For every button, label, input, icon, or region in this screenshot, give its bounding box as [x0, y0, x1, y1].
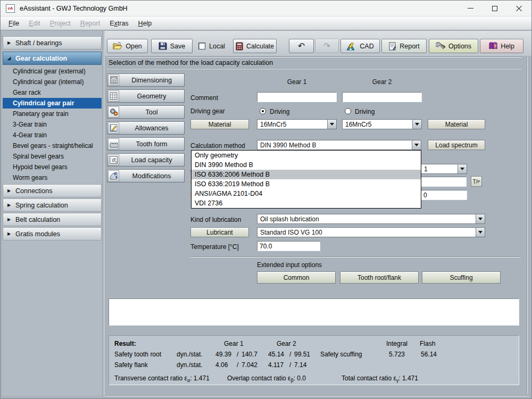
cad-triangle-icon: [346, 42, 356, 51]
scuffing-button[interactable]: Scuffing: [422, 271, 501, 284]
cad-button[interactable]: CAD: [340, 39, 380, 53]
result-value: 45.14: [268, 351, 284, 358]
calculate-button[interactable]: Calculate: [233, 39, 277, 53]
dropdown-option[interactable]: Only geometry: [192, 151, 421, 160]
undo-icon: ↶: [298, 43, 305, 50]
chevron-down-icon[interactable]: [458, 164, 467, 173]
sidebar-item-worm-gears[interactable]: Worm gears: [3, 172, 102, 183]
calc-method-select[interactable]: DIN 3990 Method B: [257, 140, 421, 150]
maximize-button[interactable]: [483, 1, 507, 16]
sidebar-section-spring-calculation[interactable]: ▶Spring calculation: [3, 198, 102, 212]
help-book-icon: ?: [489, 42, 497, 50]
lubricant-button[interactable]: Lubricant: [190, 227, 249, 237]
comment-gear1-input[interactable]: [257, 92, 337, 102]
local-checkbox[interactable]: [198, 43, 205, 49]
chevron-down-icon[interactable]: [412, 140, 421, 149]
result-separator: /: [237, 351, 238, 358]
endurance-input[interactable]: [421, 177, 467, 187]
dropdown-option[interactable]: ISO 6336:2019 Method B: [192, 179, 421, 189]
minimize-button[interactable]: [458, 1, 483, 16]
chevron-down-icon[interactable]: [476, 214, 485, 223]
sidebar-item-planetary-gear-train[interactable]: Planetary gear train: [3, 109, 102, 119]
sidebar-item-hypoid-bevel-gears[interactable]: Hypoid bevel gears: [3, 162, 102, 172]
comment-gear2-input[interactable]: [342, 92, 422, 102]
load-spectrum-button[interactable]: Load spectrum: [428, 140, 485, 150]
lubrication-label: Kind of lubrication: [190, 216, 241, 223]
local-checkbox-label: Local: [209, 43, 225, 50]
result-row-mode: dyn./stat.: [177, 351, 203, 358]
dropdown-option[interactable]: ANSI/AGMA 2101-D04: [192, 189, 421, 198]
material-gear2-select[interactable]: 16MnCr5: [342, 119, 422, 129]
lubricant-select[interactable]: Standard ISO VG 100: [257, 227, 485, 237]
result-row-mode: dyn./stat.: [177, 361, 203, 369]
sidebar-item-bevel-gears[interactable]: Bevel gears - straight/helical: [3, 140, 102, 151]
open-folder-icon: [113, 42, 122, 50]
sidebar-item-3-gear-train[interactable]: 3-Gear train: [3, 119, 102, 130]
dropdown-option[interactable]: VDI 2736: [192, 198, 421, 208]
result-scuffing-flash: 56.14: [421, 351, 437, 358]
result-col-integral: Integral: [386, 340, 408, 347]
sidebar-section-connections[interactable]: ▶Connections: [3, 184, 102, 197]
sidebar-section-gear-calculation[interactable]: ◢Gear calculation: [3, 52, 102, 65]
collapsed-arrow-icon: ▶: [7, 217, 12, 222]
toolbar: Open Save Local Calculate ↶ ↷ CAD Report: [105, 31, 531, 56]
total-contact-ratio: Total contact ratio εγ: 1.471: [342, 375, 418, 383]
material-button-left[interactable]: Material: [190, 119, 249, 129]
result-row-label: Safety tooth root: [114, 351, 161, 358]
options-button[interactable]: Options: [429, 39, 478, 53]
torque-power-toggle-button[interactable]: T/P: [471, 176, 482, 187]
common-button[interactable]: Common: [257, 271, 336, 284]
temperature-input[interactable]: [257, 241, 320, 251]
chevron-down-icon[interactable]: [327, 120, 336, 129]
save-button[interactable]: Save: [151, 39, 193, 53]
sidebar-item-spiral-bevel-gears[interactable]: Spiral bevel gears: [3, 151, 102, 162]
report-button[interactable]: Report: [381, 39, 427, 53]
menu-help[interactable]: Help: [134, 18, 157, 29]
material-gear1-select[interactable]: 16MnCr5: [257, 119, 337, 129]
sidebar-section-gratis-modules[interactable]: ▶Gratis modules: [3, 227, 102, 240]
undo-button[interactable]: ↶: [289, 39, 314, 53]
help-button[interactable]: ? Help: [480, 39, 523, 53]
sidebar-item-cylindrical-gear-internal[interactable]: Cylindrical gear (internal): [3, 77, 102, 87]
result-separator: /: [237, 361, 238, 369]
modifications-button[interactable]: Modifications: [107, 169, 185, 182]
sidebar-item-cylindrical-gear-pair[interactable]: Cylindrical gear pair: [3, 98, 102, 109]
tooth-root-flank-button[interactable]: Tooth root/flank: [340, 271, 419, 284]
menu-file[interactable]: File: [4, 18, 24, 29]
driving-gear1-radio[interactable]: [260, 108, 266, 114]
options-tools-icon: [436, 42, 445, 51]
sidebar: ▶Shaft / bearings ◢Gear calculation Cyli…: [2, 31, 103, 396]
report-document-icon: [388, 42, 396, 51]
dropdown-option[interactable]: DIN 3990 Method B: [192, 160, 421, 170]
chevron-down-icon[interactable]: [476, 228, 485, 237]
material-button-right[interactable]: Material: [428, 119, 485, 129]
close-button[interactable]: [507, 1, 531, 16]
separator-line: [107, 68, 522, 69]
result-col-gear1: Gear 1: [224, 340, 244, 347]
allowances-button[interactable]: Allowances: [107, 121, 185, 135]
tool-gears-icon: [108, 106, 119, 118]
lubrication-select[interactable]: Oil splash lubrication: [257, 214, 485, 224]
open-button[interactable]: Open: [107, 39, 148, 53]
geometry-button[interactable]: Geometry: [107, 89, 185, 103]
result-value: 140.7: [242, 351, 257, 358]
sidebar-item-gear-rack[interactable]: Gear rack: [3, 87, 102, 98]
face-coeff-input[interactable]: [421, 190, 467, 200]
tooth-form-button[interactable]: Tooth form: [107, 137, 185, 151]
collapsed-arrow-icon: ▶: [7, 203, 12, 207]
close-icon: [516, 5, 522, 12]
load-capacity-button[interactable]: σx Load capacity: [107, 153, 185, 167]
appl-factor-select[interactable]: 1: [421, 164, 467, 174]
sidebar-item-cylindrical-gear-external[interactable]: Cylindrical gear (external): [3, 66, 102, 77]
sidebar-section-shaft-bearings[interactable]: ▶Shaft / bearings: [3, 36, 102, 49]
dropdown-option-highlighted[interactable]: ISO 6336:2006 Method B: [192, 170, 421, 179]
extended-options-label: Extended input options: [257, 261, 322, 269]
dimensioning-button[interactable]: Dimensioning: [107, 73, 185, 87]
sidebar-item-4-gear-train[interactable]: 4-Gear train: [3, 130, 102, 140]
sidebar-section-belt-calculation[interactable]: ▶Belt calculation: [3, 213, 102, 226]
tool-button[interactable]: Tool: [107, 105, 185, 119]
collapsed-arrow-icon: ▶: [7, 40, 12, 45]
chevron-down-icon[interactable]: [412, 120, 421, 129]
menu-extras[interactable]: Extras: [105, 18, 133, 29]
driving-gear2-radio[interactable]: [345, 108, 351, 114]
